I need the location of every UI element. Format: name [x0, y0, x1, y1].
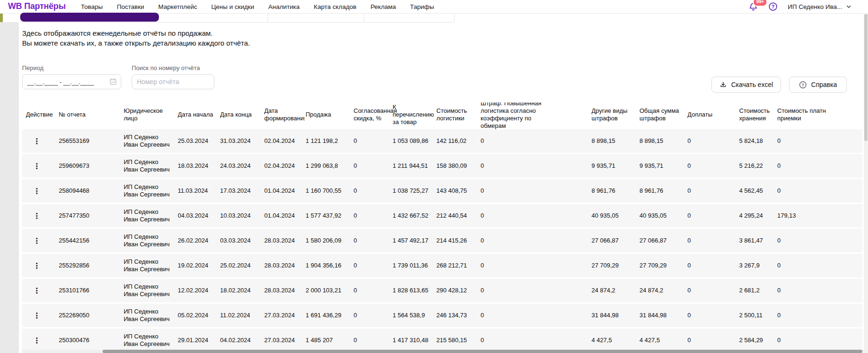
- row-actions-menu-button[interactable]: ⋮: [32, 236, 41, 245]
- cell-transfer: 1 053 089,86: [393, 137, 438, 145]
- cell-storage: 5 216,22: [739, 162, 780, 170]
- nav-item-1[interactable]: Товары: [81, 3, 103, 10]
- cell-formed: 28.03.2024: [264, 262, 305, 269]
- cell-no: 255442156: [59, 237, 111, 244]
- cell-start: 26.02.2024: [178, 237, 218, 244]
- description-line-1: Здесь отображаются еженедельные отчёты п…: [22, 28, 250, 38]
- row-actions-menu-button[interactable]: ⋮: [32, 212, 41, 220]
- column-header-end: Дата конца: [220, 111, 261, 118]
- nav-item-6[interactable]: Карта складов: [314, 3, 356, 10]
- nav-item-4[interactable]: Цены и скидки: [211, 3, 254, 10]
- table-row: ⋮257477350ИП Седенко Иван Сергеевич04.03…: [22, 204, 862, 227]
- period-field-wrap: [22, 74, 121, 89]
- cell-penlog: 0: [481, 137, 555, 145]
- row-actions-menu-button[interactable]: ⋮: [32, 187, 41, 196]
- reports-tabbar: [20, 14, 455, 23]
- cell-penlog: 0: [481, 337, 555, 344]
- cell-dop: 0: [687, 237, 721, 244]
- period-input[interactable]: [22, 74, 121, 89]
- cell-dop: 0: [687, 212, 721, 220]
- cell-entity: ИП Седенко Иван Сергеевич: [124, 183, 176, 198]
- cell-logistics: 214 415,26: [436, 237, 480, 244]
- cell-start: 12.02.2024: [178, 287, 218, 294]
- column-header-penlog: Штраф. Повышенная логистика согласно коэ…: [481, 102, 555, 130]
- help-reference-button[interactable]: ? Справка: [789, 77, 847, 93]
- cell-dop: 0: [687, 337, 721, 344]
- cell-storage: 3 861,47: [739, 237, 780, 244]
- cell-storage: 4 295,24: [739, 212, 780, 220]
- horizontal-scrollbar-thumb[interactable]: [103, 350, 862, 353]
- cell-logistics: 212 440,54: [436, 212, 480, 220]
- cell-dop: 0: [687, 187, 721, 195]
- notifications-button[interactable]: 99+: [748, 1, 758, 12]
- cell-otherpen: 31 844,98: [592, 312, 637, 319]
- cell-totalpen: 8 898,15: [639, 137, 684, 145]
- cell-paidacc: 0: [777, 337, 833, 344]
- nav-item-8[interactable]: Тарифы: [410, 3, 434, 10]
- cell-otherpen: 27 709,29: [592, 262, 637, 269]
- download-excel-button[interactable]: Скачать excel: [711, 77, 781, 93]
- cell-transfer: 1 211 944,51: [393, 162, 438, 170]
- tab-2[interactable]: [159, 14, 268, 22]
- help-reference-label: Справка: [811, 81, 837, 88]
- cell-logistics: 158 380,09: [436, 162, 480, 170]
- row-actions-menu-button[interactable]: ⋮: [32, 261, 41, 270]
- cell-formed: 28.03.2024: [264, 237, 305, 244]
- cell-sale: 1 904 356,16: [306, 262, 352, 269]
- cell-end: 17.03.2024: [220, 187, 261, 195]
- cell-paidacc: 0: [777, 162, 833, 170]
- row-actions-menu-button[interactable]: ⋮: [32, 336, 41, 345]
- cell-otherpen: 24 874,2: [592, 287, 637, 294]
- cell-end: 24.03.2024: [220, 162, 261, 170]
- cell-end: 11.02.2024: [220, 312, 261, 319]
- cell-transfer: 1 457 492,17: [393, 237, 438, 244]
- cell-totalpen: 8 961,76: [639, 187, 684, 195]
- cell-entity: ИП Седенко Иван Сергеевич: [124, 133, 176, 149]
- cell-no: 256553169: [59, 137, 111, 145]
- column-header-no: № отчета: [59, 111, 111, 118]
- cell-totalpen: 27 066,87: [639, 237, 684, 244]
- cell-otherpen: 8 961,76: [592, 187, 637, 195]
- tab-3[interactable]: [268, 14, 364, 22]
- cell-paidacc: 179,13: [777, 212, 833, 220]
- cell-storage: 2 681,2: [739, 287, 780, 294]
- cell-sale: 1 577 437,92: [306, 212, 352, 220]
- row-actions-menu-button[interactable]: ⋮: [32, 286, 41, 295]
- wb-partners-logo[interactable]: WB Партнёры: [8, 1, 66, 11]
- column-header-transfer: К перечислению за товар: [393, 103, 438, 126]
- cell-entity: ИП Седенко Иван Сергеевич: [124, 308, 176, 323]
- cell-otherpen: 8 898,15: [592, 137, 637, 145]
- calendar-icon[interactable]: [109, 78, 117, 86]
- cell-sale: 1 160 700,55: [306, 187, 352, 195]
- cell-storage: 5 824,18: [739, 137, 780, 145]
- tab-weekly-reports-active[interactable]: [20, 13, 159, 22]
- row-actions-menu-button[interactable]: ⋮: [32, 162, 41, 171]
- tab-4[interactable]: [364, 14, 454, 22]
- cell-no: 255292856: [59, 262, 111, 269]
- download-excel-label: Скачать excel: [731, 81, 773, 88]
- question-circle-icon: ?: [768, 2, 778, 11]
- cell-paidacc: 0: [777, 262, 833, 269]
- table-row: ⋮255442156ИП Седенко Иван Сергеевич26.02…: [22, 229, 862, 252]
- help-button[interactable]: ?: [768, 1, 778, 12]
- cell-end: 25.02.2024: [220, 262, 261, 269]
- row-actions-menu-button[interactable]: ⋮: [32, 311, 41, 320]
- cell-entity: ИП Седенко Иван Сергеевич: [124, 208, 176, 223]
- column-header-logistics: Стоимость логистики: [436, 107, 480, 122]
- page-description: Здесь отображаются еженедельные отчёты п…: [22, 28, 250, 48]
- cell-sale: 1 580 206,09: [306, 237, 352, 244]
- question-circle-icon: ?: [799, 81, 807, 89]
- report-search-label: Поиск по номеру отчёта: [132, 64, 200, 71]
- account-menu[interactable]: ИП Седенко Ива...: [788, 3, 852, 10]
- report-number-input[interactable]: [132, 74, 214, 89]
- row-actions-menu-button[interactable]: ⋮: [32, 137, 41, 146]
- nav-item-5[interactable]: Аналитика: [268, 3, 300, 10]
- cell-totalpen: 4 427,5: [639, 337, 684, 344]
- cell-formed: 02.04.2024: [264, 162, 305, 170]
- table-row: ⋮250300476ИП Седенко Иван Сергеевич29.01…: [22, 329, 862, 352]
- nav-item-2[interactable]: Поставки: [117, 3, 144, 10]
- svg-text:?: ?: [772, 4, 774, 9]
- vertical-scrollbar-thumb[interactable]: [864, 14, 868, 141]
- nav-item-3[interactable]: Маркетплейс: [158, 3, 197, 10]
- nav-item-7[interactable]: Реклама: [371, 3, 396, 10]
